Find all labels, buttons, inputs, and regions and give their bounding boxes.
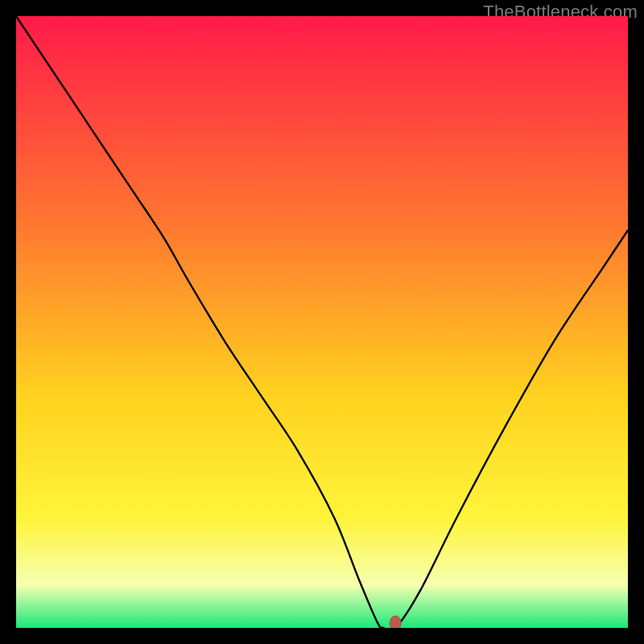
gradient-background <box>16 16 628 628</box>
chart-frame: TheBottleneck.com <box>0 0 644 644</box>
optimal-point-marker <box>390 616 401 628</box>
bottleneck-curve-chart <box>16 16 628 628</box>
plot-area <box>16 16 628 628</box>
